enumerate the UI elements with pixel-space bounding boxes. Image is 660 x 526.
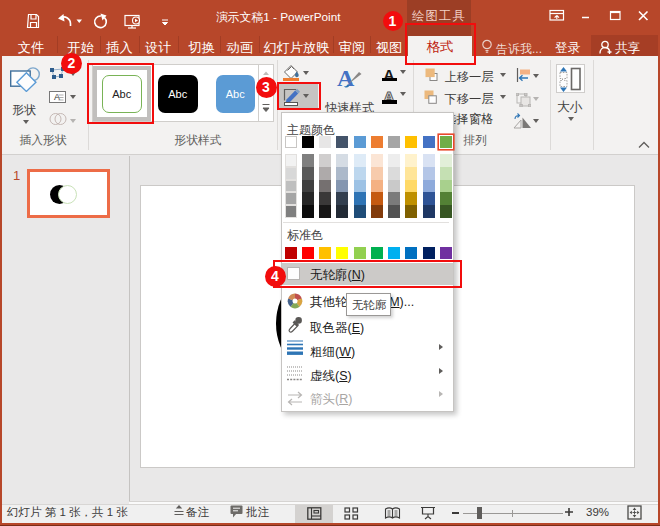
svg-text:A: A <box>54 92 60 102</box>
